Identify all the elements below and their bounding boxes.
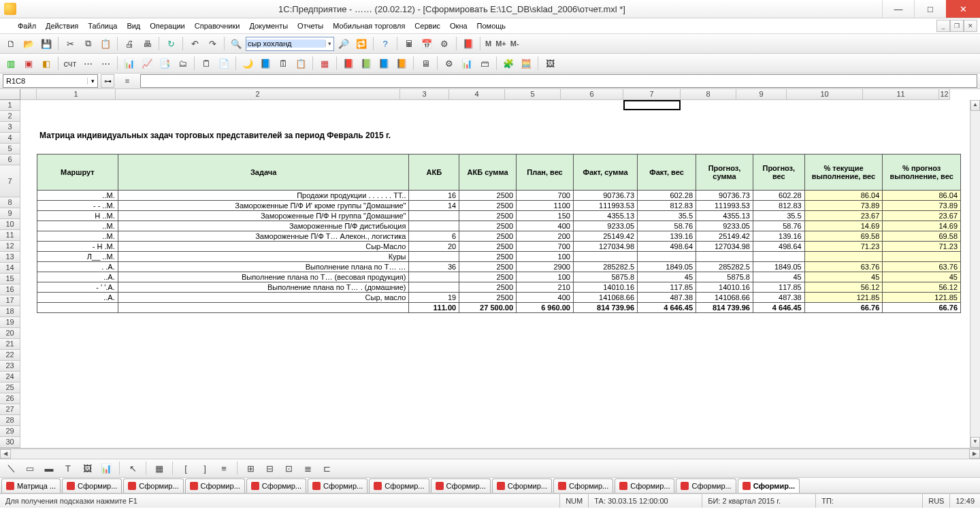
document-tab[interactable]: Сформир...	[369, 478, 429, 493]
table-row[interactable]: Л__ ..М.Куры2500100	[37, 252, 961, 262]
row-head[interactable]: 23	[0, 361, 20, 372]
menu-view[interactable]: Вид	[122, 20, 144, 31]
row-head[interactable]: 29	[0, 426, 20, 437]
calc-icon[interactable]: 🖩	[401, 35, 417, 52]
document-tab[interactable]: Сформир...	[431, 478, 491, 493]
ruler-icon[interactable]: ≡	[216, 460, 232, 476]
find-icon[interactable]: 🔍	[228, 35, 244, 52]
tb2-4-icon[interactable]: счт	[62, 55, 78, 71]
column-header[interactable]: Факт, сумма	[573, 154, 637, 191]
menu-actions[interactable]: Действия	[42, 20, 82, 31]
search-dropdown-icon[interactable]: ▾	[325, 40, 333, 47]
memory-mminus[interactable]: M-	[509, 39, 521, 48]
pin-icon[interactable]: ⊶	[101, 74, 114, 88]
mdi-minimize-button[interactable]: _	[936, 20, 950, 32]
column-header[interactable]: АКБ сумма	[459, 154, 517, 191]
column-header[interactable]: Факт, вес	[638, 154, 696, 191]
column-head[interactable]: 1	[37, 89, 116, 100]
grid-icon[interactable]: ▦	[151, 460, 167, 476]
merge-icon[interactable]: ⊞	[242, 460, 259, 476]
tb2-19-icon[interactable]: 📗	[358, 55, 374, 71]
selected-cell[interactable]	[623, 100, 681, 110]
close-button[interactable]: ✕	[946, 0, 980, 18]
bracket-l-icon[interactable]: [	[178, 460, 194, 476]
menu-help[interactable]: Помощь	[473, 20, 510, 31]
tool3-icon[interactable]: ⚙	[436, 35, 453, 52]
calendar-icon[interactable]: 📅	[419, 35, 435, 52]
column-header[interactable]: Прогноз, вес	[753, 154, 804, 191]
row-head[interactable]: 9	[0, 208, 20, 219]
column-header[interactable]: Маршрут	[37, 154, 118, 191]
scroll-right-icon[interactable]: ▶	[969, 449, 980, 459]
column-header[interactable]: АКБ	[409, 154, 459, 191]
document-tab[interactable]: Матрица ...	[1, 478, 61, 493]
row-head[interactable]: 6	[0, 154, 20, 165]
document-tab[interactable]: Сформир...	[62, 478, 122, 493]
menu-mobile[interactable]: Мобильная торговля	[329, 20, 409, 31]
search-box[interactable]: ▾	[246, 37, 334, 51]
row-head[interactable]: 11	[0, 230, 20, 241]
rect-fill-icon[interactable]: ▬	[41, 460, 57, 476]
row-head[interactable]: 20	[0, 328, 20, 339]
row-head[interactable]: 12	[0, 241, 20, 252]
search-input[interactable]	[246, 39, 325, 48]
row-head[interactable]: 15	[0, 274, 20, 284]
line-icon[interactable]: ＼	[3, 460, 19, 476]
menu-table[interactable]: Таблица	[84, 20, 121, 31]
menu-operations[interactable]: Операции	[146, 20, 189, 31]
row-head[interactable]: 21	[0, 339, 20, 350]
menu-reports[interactable]: Отчеты	[293, 20, 327, 31]
help-icon[interactable]: ?	[377, 35, 393, 52]
table-row[interactable]: ..М.Замороженные П/Ф Т… Алекон., логисти…	[37, 231, 961, 242]
undo-icon[interactable]: ↶	[186, 35, 203, 52]
document-tab[interactable]: Сформир...	[615, 478, 674, 493]
column-header[interactable]: Прогноз, сумма	[696, 154, 753, 191]
pointer-icon[interactable]: ↖	[125, 460, 141, 476]
tb2-11-icon[interactable]: 🗒	[198, 55, 214, 71]
tb2-7-icon[interactable]: 📊	[121, 55, 137, 71]
row-head[interactable]: 10	[0, 219, 20, 230]
table-row[interactable]: - - ..М.Замороженные П/Ф И' кроме группы…	[37, 201, 961, 211]
image-icon[interactable]: 🖼	[79, 460, 95, 476]
row-head[interactable]: 18	[0, 306, 20, 317]
row-head[interactable]: 22	[0, 350, 20, 361]
menu-windows[interactable]: Окна	[446, 20, 472, 31]
document-tab[interactable]: Сформир...	[246, 478, 306, 493]
menu-documents[interactable]: Документы	[245, 20, 292, 31]
name-box-dropdown-icon[interactable]: ▾	[87, 78, 97, 84]
redo-icon[interactable]: ↷	[204, 35, 220, 52]
name-box[interactable]: R1C8 ▾	[3, 74, 98, 88]
tb2-12-icon[interactable]: 📄	[216, 55, 232, 71]
tb2-28-icon[interactable]: 🖼	[542, 55, 558, 71]
column-header[interactable]: % текущие выполнение, вес	[804, 154, 883, 191]
scroll-up-icon[interactable]: ▲	[970, 100, 980, 111]
tb2-25-icon[interactable]: 🗃	[476, 55, 493, 71]
row-head[interactable]: 16	[0, 284, 20, 295]
column-head[interactable]	[20, 89, 37, 100]
column-head[interactable]: 11	[863, 89, 939, 100]
row-head[interactable]: 17	[0, 295, 20, 306]
column-head[interactable]: 5	[505, 89, 561, 100]
horizontal-scrollbar[interactable]: ◀ ▶	[0, 448, 980, 459]
minimize-button[interactable]: —	[882, 0, 914, 18]
column-head[interactable]: 9	[736, 89, 787, 100]
tb2-8-icon[interactable]: 📈	[139, 55, 155, 71]
row-head[interactable]: 13	[0, 252, 20, 263]
tb2-20-icon[interactable]: 📘	[376, 55, 392, 71]
row-head[interactable]: 31	[0, 448, 20, 448]
tb2-21-icon[interactable]: 📙	[393, 55, 410, 71]
column-head[interactable]: 2	[116, 89, 400, 100]
table-row[interactable]: ..А.Сыр, масло192500400141068.66487.3814…	[37, 293, 961, 303]
scroll-left-icon[interactable]: ◀	[0, 449, 11, 459]
tb2-18-icon[interactable]: 📕	[340, 55, 357, 71]
cut-icon[interactable]: ✂	[62, 35, 78, 52]
memory-mplus[interactable]: M+	[494, 39, 508, 48]
tb2-14-icon[interactable]: 📘	[257, 55, 274, 71]
tb2-26-icon[interactable]: 🧩	[500, 55, 517, 71]
column-head[interactable]: 8	[681, 89, 736, 100]
table-row[interactable]: . .А.Выполнение плана по Т… …36250029002…	[37, 262, 961, 272]
book-icon[interactable]: 📕	[460, 35, 476, 52]
row-head[interactable]: 19	[0, 317, 20, 328]
spreadsheet[interactable]: 12345678910111211234Матрица индивидуальн…	[0, 89, 980, 448]
tb2-23-icon[interactable]: ⚙	[441, 55, 457, 71]
